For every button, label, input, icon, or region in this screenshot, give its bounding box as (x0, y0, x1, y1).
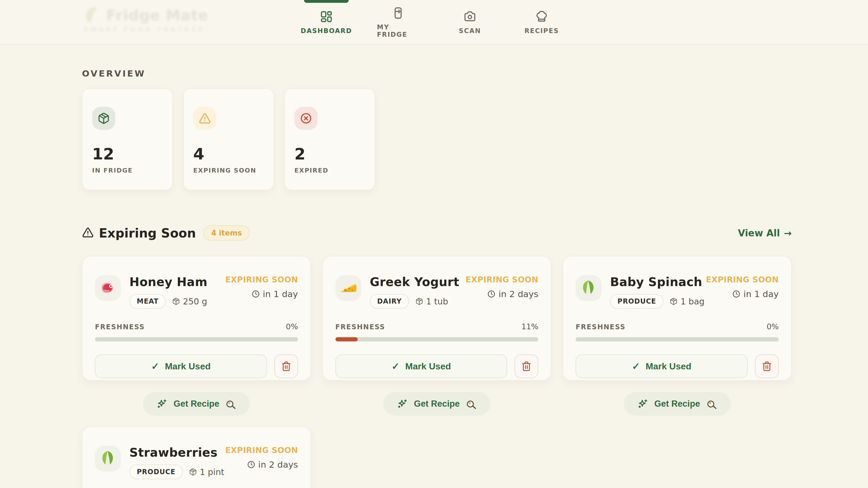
freshness-percent: 0% (767, 322, 779, 331)
get-recipe-button[interactable]: Get Recipe (383, 392, 490, 416)
item-name: Strawberries (129, 446, 225, 459)
tab-scan-label: SCAN (459, 27, 481, 34)
brand-name: Fridge Mate (106, 7, 208, 24)
item-card-greek-yogurt: Greek Yogurt DAIRY 1 tub EXPIRING SOON (322, 256, 552, 381)
frying-pan-icon (225, 398, 237, 410)
clock-icon (251, 290, 260, 298)
stat-label-expiring-soon: EXPIRING SOON (193, 167, 264, 174)
delete-item-button[interactable] (755, 354, 779, 378)
freshness-bar (576, 337, 779, 341)
item-cell-baby-spinach: Baby Spinach PRODUCE 1 bag EXPIRING SOON (563, 256, 792, 416)
item-card-strawberries: Strawberries PRODUCE 1 pint EXPIRING SOO… (82, 426, 311, 488)
package-icon (670, 297, 678, 305)
delete-item-button[interactable] (274, 354, 298, 378)
package-icon (97, 112, 110, 125)
item-name: Greek Yogurt (370, 275, 466, 289)
active-tab-indicator (304, 0, 349, 3)
brand-logo: Fridge Mate SMART FOOD TRACKER (84, 6, 208, 33)
view-all-label: View All (738, 228, 780, 239)
fridge-mate-app: Fridge Mate SMART FOOD TRACKER DASHBOARD… (0, 0, 868, 488)
category-badge: PRODUCE (610, 294, 663, 309)
trash-icon (521, 361, 532, 372)
category-badge: PRODUCE (129, 464, 183, 479)
dashboard-grid-icon (320, 10, 333, 23)
stat-value-expiring-soon: 4 (193, 144, 264, 163)
item-card-honey-ham: Honey Ham MEAT 250 g EXPIRING SOON (82, 256, 311, 381)
stat-label-in-fridge: IN FRIDGE (92, 167, 163, 174)
item-cell-greek-yogurt: Greek Yogurt DAIRY 1 tub EXPIRING SOON (322, 256, 552, 416)
item-card-baby-spinach: Baby Spinach PRODUCE 1 bag EXPIRING SOON (563, 256, 792, 381)
app-header: Fridge Mate SMART FOOD TRACKER DASHBOARD… (0, 0, 868, 44)
dashboard-content: OVERVIEW 12 IN FRIDGE 4 EXPIRING SOON 2 … (0, 44, 868, 488)
leafy-greens-icon (99, 450, 117, 468)
check-icon: ✓ (392, 361, 400, 372)
expires-in: in 1 day (225, 289, 298, 299)
tab-recipes[interactable]: RECIPES (521, 0, 563, 44)
freshness-bar (95, 337, 298, 341)
items-count-badge: 4 items (203, 225, 250, 240)
leaf-logo-icon (84, 6, 102, 24)
trash-icon (281, 361, 291, 372)
delete-item-button[interactable] (515, 354, 538, 378)
item-cell-strawberries: Strawberries PRODUCE 1 pint EXPIRING SOO… (82, 426, 311, 488)
tab-dashboard-label: DASHBOARD (301, 27, 352, 34)
arrow-right-icon: → (784, 228, 792, 239)
freshness-label: FRESHNESS (95, 323, 145, 331)
get-recipe-button[interactable]: Get Recipe (624, 392, 731, 416)
freshness-label: FRESHNESS (576, 323, 626, 331)
freshness-percent: 0% (286, 322, 298, 331)
freshness-bar-fill (335, 337, 358, 341)
sparkles-icon (637, 398, 648, 410)
get-recipe-button[interactable]: Get Recipe (143, 392, 250, 416)
mark-used-button[interactable]: ✓ Mark Used (95, 354, 267, 378)
tab-scan[interactable]: SCAN (449, 0, 491, 44)
view-all-link[interactable]: View All → (738, 228, 792, 239)
check-icon: ✓ (632, 361, 640, 372)
expires-in: in 2 days (466, 289, 538, 299)
section-title: Expiring Soon (99, 226, 196, 240)
item-quantity: 1 tub (415, 296, 448, 306)
stat-label-expired: EXPIRED (294, 167, 365, 174)
package-icon (189, 468, 197, 476)
overview-stats: 12 IN FRIDGE 4 EXPIRING SOON 2 EXPIRED (82, 88, 792, 190)
item-quantity: 250 g (172, 296, 207, 306)
mark-used-button[interactable]: ✓ Mark Used (335, 354, 507, 378)
circle-x-icon (300, 112, 312, 125)
stat-value-in-fridge: 12 (92, 144, 163, 163)
trash-icon (762, 361, 772, 372)
leafy-greens-icon (580, 279, 598, 297)
sparkles-icon (396, 398, 408, 410)
tab-my-fridge[interactable]: MY FRIDGE (377, 0, 419, 44)
cheese-icon (339, 279, 358, 297)
item-name: Baby Spinach (610, 275, 706, 289)
freshness-label: FRESHNESS (335, 323, 385, 331)
freshness-bar (335, 337, 538, 341)
frying-pan-icon (466, 398, 477, 410)
stat-value-expired: 2 (294, 144, 365, 163)
alert-triangle-icon (198, 112, 211, 125)
main-nav: DASHBOARD MY FRIDGE SCAN RECIPES (305, 0, 563, 44)
package-icon (415, 297, 423, 305)
chef-hat-icon (535, 10, 548, 23)
check-icon: ✓ (151, 361, 159, 372)
meat-icon (99, 279, 117, 297)
camera-icon (463, 10, 476, 23)
warning-icon (82, 227, 94, 238)
item-quantity: 1 bag (670, 296, 704, 306)
status-badge: EXPIRING SOON (225, 275, 298, 284)
mark-used-button[interactable]: ✓ Mark Used (576, 354, 748, 378)
category-badge: MEAT (129, 294, 166, 309)
clock-icon (732, 290, 741, 298)
item-quantity: 1 pint (189, 467, 224, 477)
stat-card-expiring-soon: 4 EXPIRING SOON (183, 88, 274, 190)
status-badge: EXPIRING SOON (225, 446, 298, 455)
item-cell-honey-ham: Honey Ham MEAT 250 g EXPIRING SOON (82, 256, 311, 416)
overview-heading: OVERVIEW (82, 68, 792, 78)
brand-tagline: SMART FOOD TRACKER (84, 26, 208, 33)
stat-card-in-fridge: 12 IN FRIDGE (82, 88, 173, 190)
sparkles-icon (156, 398, 167, 410)
stat-card-expired: 2 EXPIRED (284, 88, 375, 190)
tab-dashboard[interactable]: DASHBOARD (305, 0, 347, 44)
clock-icon (487, 290, 496, 298)
expiring-soon-section-header: Expiring Soon 4 items View All → (82, 225, 792, 240)
